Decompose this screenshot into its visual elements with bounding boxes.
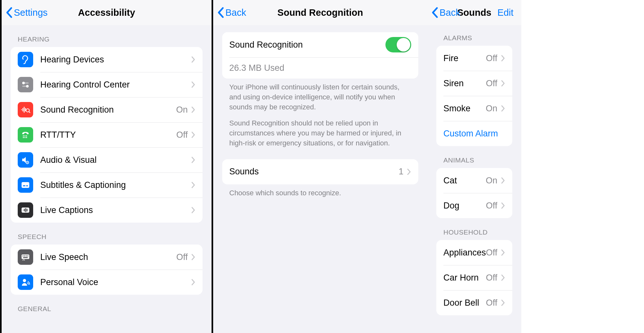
chevron-right-icon: [407, 168, 411, 175]
row-value: Off: [176, 252, 188, 262]
page-title: Accessibility: [78, 7, 135, 18]
row-cat[interactable]: Cat On: [436, 168, 512, 193]
section-header-household: HOUSEHOLD: [427, 218, 521, 240]
storage-text: 26.3 MB Used: [229, 63, 411, 73]
row-smoke[interactable]: Smoke On: [436, 96, 512, 121]
person-voice-icon: [18, 274, 33, 290]
svg-rect-1: [22, 82, 29, 84]
row-car-horn[interactable]: Car Horn Off: [436, 265, 512, 290]
row-label: Custom Alarm: [443, 129, 505, 139]
row-fire[interactable]: Fire Off: [436, 46, 512, 71]
row-door-bell[interactable]: Door Bell Off: [436, 290, 512, 315]
back-button[interactable]: Back: [217, 0, 246, 25]
chevron-left-icon: [5, 7, 13, 18]
section-header-animals: ANIMALS: [427, 146, 521, 168]
svg-rect-10: [26, 137, 27, 138]
row-hearing-devices[interactable]: Hearing Devices: [11, 47, 203, 72]
edit-button[interactable]: Edit: [497, 0, 514, 25]
group-alarms: Fire Off Siren Off Smoke On Custom Alarm: [436, 46, 512, 146]
row-value: On: [176, 105, 188, 115]
back-button[interactable]: Back: [431, 0, 460, 25]
row-custom-alarm[interactable]: Custom Alarm: [436, 121, 512, 146]
row-value: 1: [399, 167, 403, 177]
row-label: Sounds: [229, 167, 399, 177]
row-dog[interactable]: Dog Off: [436, 193, 512, 218]
group-sounds: Sounds 1: [222, 159, 418, 184]
section-header-hearing: HEARING: [2, 25, 212, 47]
row-label: Appliances: [443, 248, 486, 258]
back-button[interactable]: Settings: [5, 0, 48, 25]
back-label: Back: [440, 7, 460, 18]
chevron-right-icon: [191, 131, 195, 138]
section-header-alarms: ALARMS: [427, 25, 521, 46]
page-title: Sound Recognition: [278, 7, 363, 18]
speaker-eye-icon: [18, 152, 33, 168]
section-header-general: GENERAL: [2, 295, 212, 317]
row-live-captions[interactable]: Live Captions: [11, 198, 203, 223]
chevron-right-icon: [501, 177, 505, 184]
row-sounds[interactable]: Sounds 1: [222, 159, 418, 184]
row-value: Off: [486, 79, 497, 88]
row-label: Siren: [443, 79, 486, 88]
svg-rect-8: [23, 137, 24, 138]
row-label: Sound Recognition: [229, 40, 385, 50]
chevron-right-icon: [191, 279, 195, 286]
row-label: Fire: [443, 53, 486, 63]
row-value: Off: [486, 53, 497, 63]
group-household: Appliances Off Car Horn Off Door Bell Of…: [436, 240, 512, 315]
row-rtt-tty[interactable]: RTT/TTY Off: [11, 122, 203, 147]
sliders-icon: [18, 77, 33, 92]
group-animals: Cat On Dog Off: [436, 168, 512, 218]
description-text-2: Sound Recognition should not be relied u…: [213, 112, 427, 148]
row-siren[interactable]: Siren Off: [436, 71, 512, 96]
ear-icon: [18, 52, 33, 67]
keyboard-speech-icon: [18, 249, 33, 265]
captions-icon: [18, 177, 33, 193]
description-text-1: Your iPhone will continuously listen for…: [213, 79, 427, 112]
navbar: Back Sound Recognition: [213, 0, 427, 25]
row-value: Off: [486, 273, 497, 283]
svg-rect-22: [23, 257, 28, 258]
chevron-right-icon: [191, 181, 195, 189]
row-label: Cat: [443, 176, 486, 186]
chevron-right-icon: [191, 207, 195, 214]
row-label: Audio & Visual: [40, 155, 191, 165]
row-sound-recognition-toggle[interactable]: Sound Recognition: [222, 32, 418, 57]
group-hearing: Hearing Devices Hearing Control Center S…: [11, 47, 203, 223]
live-captions-icon: [18, 202, 33, 218]
row-label: Door Bell: [443, 298, 486, 308]
chevron-right-icon: [191, 156, 195, 163]
section-header-speech: SPEECH: [2, 223, 212, 245]
pane-sounds: Back Sounds Edit ALARMS Fire Off Siren O…: [427, 0, 521, 333]
row-label: RTT/TTY: [40, 130, 176, 140]
svg-rect-7: [26, 135, 27, 136]
svg-rect-13: [22, 182, 29, 188]
row-appliances[interactable]: Appliances Off: [436, 240, 512, 265]
row-value: On: [486, 104, 497, 114]
row-label: Hearing Control Center: [40, 80, 191, 90]
toggle-switch[interactable]: [385, 37, 411, 52]
svg-point-23: [23, 279, 26, 282]
chevron-left-icon: [431, 7, 438, 18]
row-sound-recognition[interactable]: Sound Recognition On: [11, 97, 203, 122]
navbar: Settings Accessibility: [2, 0, 212, 25]
row-label: Sound Recognition: [40, 105, 176, 115]
row-personal-voice[interactable]: Personal Voice: [11, 270, 203, 295]
row-value: Off: [486, 298, 497, 308]
svg-rect-21: [27, 255, 28, 256]
row-subtitles-captioning[interactable]: Subtitles & Captioning: [11, 172, 203, 198]
row-label: Dog: [443, 201, 486, 211]
row-label: Smoke: [443, 104, 486, 114]
row-audio-visual[interactable]: Audio & Visual: [11, 147, 203, 172]
row-hearing-control-center[interactable]: Hearing Control Center: [11, 72, 203, 97]
row-label: Live Captions: [40, 205, 191, 215]
row-label: Subtitles & Captioning: [40, 180, 191, 190]
row-storage-used: 26.3 MB Used: [222, 57, 418, 79]
chevron-right-icon: [501, 249, 505, 256]
chevron-right-icon: [501, 299, 505, 306]
row-live-speech[interactable]: Live Speech Off: [11, 245, 203, 270]
row-label: Live Speech: [40, 252, 176, 262]
chevron-right-icon: [501, 274, 505, 281]
tty-icon: [18, 127, 33, 143]
row-label: Car Horn: [443, 273, 486, 283]
